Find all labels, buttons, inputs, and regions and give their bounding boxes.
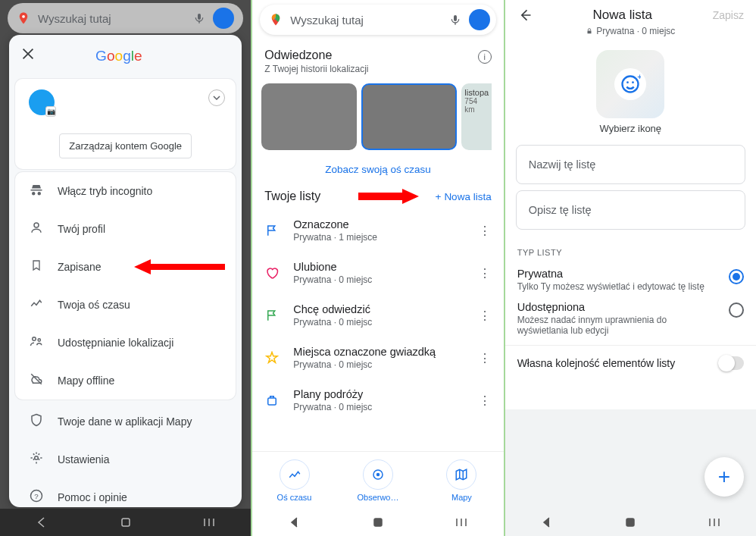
back-arrow-icon[interactable] <box>517 8 533 23</box>
type-shared-row[interactable]: Udostępniona Możesz nadać innym uprawnie… <box>505 295 756 339</box>
fab-add-button[interactable]: + <box>704 457 744 497</box>
more-icon[interactable]: ⋮ <box>478 351 492 365</box>
menu-offline-maps[interactable]: Mapy offline <box>15 362 236 400</box>
menu-timeline[interactable]: Twoja oś czasu <box>15 286 236 324</box>
bnav-following[interactable]: Obserwo… <box>344 459 412 502</box>
android-nav-bar <box>0 509 251 536</box>
svg-point-22 <box>376 472 380 476</box>
own-order-toggle-row: Własna kolejność elementów listy <box>505 345 756 381</box>
nav-home-icon[interactable] <box>370 514 386 531</box>
avatar-large[interactable]: 📷 <box>29 89 55 115</box>
account-dropdown-icon[interactable] <box>208 89 225 106</box>
card-distance: 754 km <box>464 97 489 114</box>
camera-icon: 📷 <box>45 106 56 117</box>
list-row-travel-plans[interactable]: Plany podróżyPrywatna · 0 miejsc ⋮ <box>252 379 503 422</box>
suitcase-icon <box>264 393 280 408</box>
svg-rect-29 <box>588 31 592 34</box>
menu-share-location[interactable]: Udostępnianie lokalizacji <box>15 324 236 362</box>
nav-recent-icon[interactable] <box>201 514 217 531</box>
google-logo: Google <box>95 45 156 67</box>
emoji-icon: + <box>614 68 646 100</box>
bookmark-icon <box>29 259 44 275</box>
more-icon[interactable]: ⋮ <box>478 393 492 408</box>
menu-profile[interactable]: Twój profil <box>15 210 236 248</box>
choose-icon-button[interactable]: + <box>596 50 664 118</box>
timeline-link[interactable]: Zobacz swoją oś czasu <box>325 164 431 175</box>
svg-marker-19 <box>358 189 419 204</box>
card-month: listopa <box>464 88 489 97</box>
more-icon[interactable]: ⋮ <box>478 224 492 238</box>
menu-your-data[interactable]: Twoje dane w aplikacji Mapy <box>9 403 242 440</box>
bnav-maps[interactable]: Mapy <box>427 459 495 502</box>
heart-icon <box>264 265 280 281</box>
list-privacy-sub: Prywatna · 0 miejsc <box>505 26 756 36</box>
list-row-ulubione[interactable]: UlubionePrywatna · 0 miejsc ⋮ <box>252 252 503 294</box>
timeline-icon <box>280 459 310 490</box>
account-sheet: Google 📷 Zarządzaj kontem Google Włącz t… <box>9 35 242 507</box>
radio-button[interactable] <box>729 269 744 284</box>
radar-icon <box>363 459 393 490</box>
menu-settings[interactable]: Ustawienia <box>9 440 242 478</box>
nav-recent-icon[interactable] <box>706 514 723 531</box>
gear-icon <box>29 451 44 468</box>
svg-rect-34 <box>626 519 634 526</box>
svg-marker-5 <box>134 259 225 274</box>
search-bar[interactable]: Wyszukaj tutaj <box>260 5 495 35</box>
menu-label: Ustawienia <box>58 453 109 465</box>
menu-label: Zapisane <box>58 261 102 273</box>
menu-incognito[interactable]: Włącz tryb incognito <box>15 172 236 210</box>
svg-rect-20 <box>268 398 276 405</box>
maps-pin-icon <box>17 11 30 25</box>
new-list-button[interactable]: + Nowa lista <box>435 191 491 202</box>
svg-text:Google: Google <box>95 48 142 64</box>
maps-pin-icon <box>269 13 283 27</box>
manage-account-button[interactable]: Zarządzaj kontem Google <box>59 133 192 158</box>
info-icon[interactable]: i <box>478 50 492 64</box>
visited-card-selected[interactable] <box>361 83 457 150</box>
menu-label: Pomoc i opinie <box>58 491 127 503</box>
list-row-chce-odwiedzic[interactable]: Chcę odwiedzićPrywatna · 0 miejsc ⋮ <box>252 294 503 337</box>
more-icon[interactable]: ⋮ <box>478 266 492 281</box>
close-icon[interactable] <box>20 45 36 62</box>
toggle-switch[interactable] <box>718 356 744 370</box>
nav-back-icon[interactable] <box>286 514 303 531</box>
svg-point-4 <box>34 223 39 227</box>
account-card: 📷 Zarządzaj kontem Google <box>15 79 236 169</box>
list-name-input[interactable]: Nazwij tę listę <box>516 145 745 184</box>
android-nav-bar <box>252 509 503 536</box>
flag-icon <box>264 308 280 323</box>
menu-label: Twoje dane w aplikacji Mapy <box>58 415 192 428</box>
svg-rect-12 <box>122 519 130 526</box>
more-icon[interactable]: ⋮ <box>478 309 492 323</box>
menu-help[interactable]: ? Pomoc i opinie <box>9 478 242 507</box>
list-row-oznaczone[interactable]: OznaczonePrywatna · 1 miejsce ⋮ <box>252 209 503 252</box>
android-nav-bar <box>505 509 756 536</box>
flag-icon <box>264 223 280 238</box>
visited-card[interactable] <box>261 83 357 150</box>
list-desc-input[interactable]: Opisz tę listę <box>516 190 745 230</box>
map-icon <box>446 459 476 490</box>
radio-button[interactable] <box>729 302 744 318</box>
svg-text:+: + <box>638 74 642 81</box>
visited-title: Odwiedzone <box>264 49 491 62</box>
nav-home-icon[interactable] <box>117 514 134 531</box>
svg-point-7 <box>38 339 40 341</box>
nav-recent-icon[interactable] <box>453 514 470 531</box>
menu-saved[interactable]: Zapisane <box>15 248 236 286</box>
visited-card-peek[interactable]: listopa 754 km <box>461 83 492 150</box>
bnav-timeline[interactable]: Oś czasu <box>261 459 329 502</box>
save-button[interactable]: Zapisz <box>713 9 744 21</box>
nav-home-icon[interactable] <box>622 514 639 531</box>
type-private-row[interactable]: Prywatna Tylko Ty możesz wyświetlać i ed… <box>505 262 756 295</box>
list-row-starred[interactable]: Miejsca oznaczone gwiazdkąPrywatna · 0 m… <box>252 337 503 379</box>
share-location-icon <box>29 334 44 351</box>
nav-back-icon[interactable] <box>33 514 50 531</box>
avatar[interactable] <box>469 9 490 30</box>
menu-label: Twoja oś czasu <box>58 299 130 311</box>
red-arrow-icon <box>134 258 225 276</box>
mic-icon[interactable] <box>449 14 461 26</box>
svg-point-0 <box>22 15 25 18</box>
nav-back-icon[interactable] <box>539 514 555 531</box>
svg-point-31 <box>626 81 629 83</box>
mic-icon <box>193 12 205 24</box>
